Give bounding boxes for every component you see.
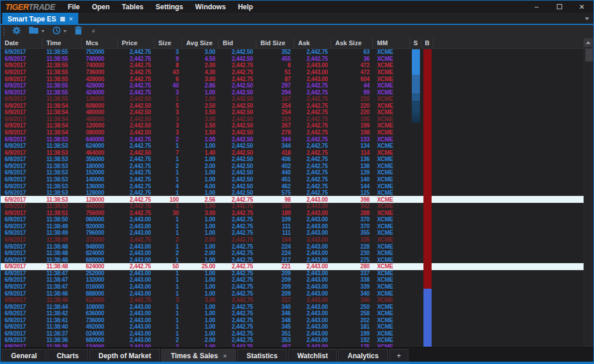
table-row[interactable]: 6/9/201711:38:536400002,442.7521.002,442… [1,136,584,143]
logo-tiger: TIGER [5,2,28,12]
table-row[interactable]: 6/9/201711:38:554280002,442.7563.002,442… [1,75,584,82]
table-row[interactable]: 6/9/201711:38:546080002,442.5052.502,442… [1,103,584,110]
table-row[interactable]: 6/9/201711:38:531800002,442.7522.002,442… [1,163,584,170]
bottom-tab-depth-of-market[interactable]: Depth of Market [89,349,161,362]
column-header-mcs[interactable]: Mcs [82,38,118,48]
table-row[interactable]: 6/9/201711:38:557360002,442.75434.302,44… [1,69,584,76]
table-row[interactable]: 6/9/201711:38:524400002,442.7511.002,442… [1,203,584,210]
table-row[interactable]: 6/9/201711:38:470160002,443.0011.002,442… [1,283,584,290]
menu-tables[interactable]: Tables [122,3,143,11]
open-layout-button[interactable] [28,26,45,37]
scroll-up-button[interactable] [584,38,593,47]
column-header-time[interactable]: Time [42,38,82,48]
table-row[interactable]: 6/9/201711:38:500600002,443.0011.002,442… [1,216,584,223]
column-header-s[interactable]: S [410,38,422,48]
cell-bid: 2,442.50 [219,136,256,143]
add-tab-button[interactable]: + [389,349,409,362]
cell-date: 6/9/2017 [1,82,42,89]
table-row[interactable]: 6/9/201711:38:551360002,442.5011.002,442… [1,96,584,103]
table-row[interactable]: 6/9/201711:38:544680002,442.5033.002,442… [1,116,584,123]
table-row[interactable]: 6/9/201711:38:497960002,443.0011.002,442… [1,230,584,236]
menu-windows[interactable]: Windows [195,3,226,11]
column-header-bid-size[interactable]: Bid Size [256,38,294,48]
chevron-down-icon[interactable] [63,30,67,32]
table-row[interactable]: 6/9/201711:38:557400002,442.7582.002,442… [1,62,584,69]
history-button[interactable] [52,26,67,37]
table-row[interactable]: 6/9/201711:38:486240002,442.755025.002,4… [1,263,584,270]
tab-smart-tape-es[interactable]: Smart Tape ES × [2,13,78,25]
bottom-tab-analytics[interactable]: Analytics [338,349,387,362]
cell-bid: 2,442.75 [219,243,256,250]
table-row[interactable]: 6/9/201711:38:468880002,443.0011.002,442… [1,290,584,297]
bottom-tab-charts[interactable]: Charts [48,349,88,362]
column-header-avg-size[interactable]: Avg Size [182,38,219,48]
table-row[interactable]: 6/9/201711:38:540800002,442.5031.502,442… [1,129,584,136]
table-row[interactable]: 6/9/201711:38:534640002,442.5071.402,442… [1,149,584,156]
table-row[interactable]: 6/9/201711:38:554240002,442.7531.002,442… [1,89,584,96]
table-row[interactable]: 6/9/201711:38:486800002,443.0011.002,442… [1,256,584,263]
table-row[interactable]: 6/9/201711:38:531520002,442.7511.002,442… [1,169,584,176]
column-header-b[interactable]: B [422,38,433,48]
table-row[interactable]: 6/9/201711:38:493720002,442.7522.002,442… [1,236,584,243]
table-row[interactable]: 6/9/201711:38:531280002,442.751002.562,4… [1,196,584,203]
menu-help[interactable]: Help [238,3,253,11]
column-header-ask-size[interactable]: Ask Size [331,38,373,48]
scrollbar-thumb[interactable] [585,49,593,61]
column-header-mm[interactable]: MM [373,38,410,48]
table-row[interactable]: 6/9/201711:38:417360002,443.0011.002,442… [1,317,584,324]
table-row[interactable]: 6/9/201711:38:426360002,443.0011.002,442… [1,310,584,317]
cell-size: 3 [154,122,182,129]
table-row[interactable]: 6/9/201711:38:366800002,443.0022.002,442… [1,337,584,344]
toolbar-overflow-button[interactable] [92,30,95,33]
table-row[interactable]: 6/9/201711:38:531280002,442.7511.002,442… [1,190,584,196]
toolbar-grip[interactable] [3,27,5,35]
table-row[interactable]: 6/9/201711:38:441080002,443.0011.002,442… [1,303,584,310]
folder-icon [28,26,39,37]
table-row[interactable]: 6/9/201711:38:544800002,442.5031.502,442… [1,109,584,116]
column-header-size[interactable]: Size [154,38,182,48]
clear-button[interactable] [74,26,82,37]
table-row[interactable]: 6/9/201711:38:472520002,443.0011.002,442… [1,270,584,277]
table-row[interactable]: 6/9/201711:38:489480002,443.0011.002,442… [1,243,584,250]
column-header-bid[interactable]: Bid [219,38,256,48]
menu-file[interactable]: File [68,3,80,11]
table-row[interactable]: 6/9/201711:38:531400002,442.7511.002,442… [1,176,584,183]
table-row[interactable]: 6/9/201711:38:554280002,442.75402.862,44… [1,82,584,89]
column-header-price[interactable]: Price [118,38,154,48]
chevron-down-icon[interactable] [585,17,589,20]
menu-open[interactable]: Open [92,3,110,11]
column-header-ask[interactable]: Ask [294,38,331,48]
menu-settings[interactable]: Settings [155,3,183,11]
table-row[interactable]: 6/9/201711:38:533560002,442.7511.002,442… [1,156,584,163]
bottom-tab-watchlist[interactable]: Watchlist [288,349,337,362]
table-row[interactable]: 6/9/201711:38:557520002,442.7533.002,442… [1,49,584,56]
table-row[interactable]: 6/9/201711:38:488240002,443.0022.002,442… [1,250,584,257]
tab-close-icon[interactable]: × [69,15,73,23]
bottom-tab-statistics[interactable]: Statistics [237,349,287,362]
table-row[interactable]: 6/9/201711:38:471320002,443.0011.002,442… [1,276,584,283]
table-row[interactable]: 6/9/201711:38:557400002,442.7594.502,442… [1,56,584,63]
chevron-down-icon[interactable] [41,30,45,32]
table-row[interactable]: 6/9/201711:38:499200002,443.0011.002,442… [1,223,584,230]
cell-size: 2 [154,250,182,256]
tab-close-icon[interactable]: × [223,352,227,359]
vertical-scrollbar[interactable] [584,49,593,347]
bottom-tab-times-sales[interactable]: Times & Sales× [161,349,236,362]
table-row[interactable]: 6/9/201711:38:466120002,442.7533.002,442… [1,297,584,304]
column-header-date[interactable]: Date [1,38,42,48]
table-row[interactable]: 6/9/201711:38:404920002,443.0011.002,442… [1,323,584,330]
table-row[interactable]: 6/9/201711:38:370240002,443.0011.002,442… [1,330,584,337]
close-button[interactable]: ✕ [578,3,585,11]
cell-size: 7 [154,150,182,156]
table-row[interactable]: 6/9/201711:38:517560002,442.75303.002,44… [1,210,584,217]
settings-button[interactable] [12,26,21,37]
bottom-tab-general[interactable]: General [2,349,46,362]
table-row[interactable]: 6/9/201711:38:536240002,442.7511.002,442… [1,143,584,150]
cell-ask: 2,443.00 [294,317,331,323]
cell-price: 2,442.75 [118,203,154,209]
minimize-button[interactable]: – [533,3,540,11]
maximize-button[interactable] [556,3,563,11]
table-row[interactable]: 6/9/201711:38:541200002,442.5031.502,442… [1,122,584,129]
table-row[interactable]: 6/9/201711:38:531360002,442.7544.002,442… [1,183,584,190]
table-row[interactable]: 6/9/201711:38:361240002,443.0021.002,442… [1,344,584,347]
